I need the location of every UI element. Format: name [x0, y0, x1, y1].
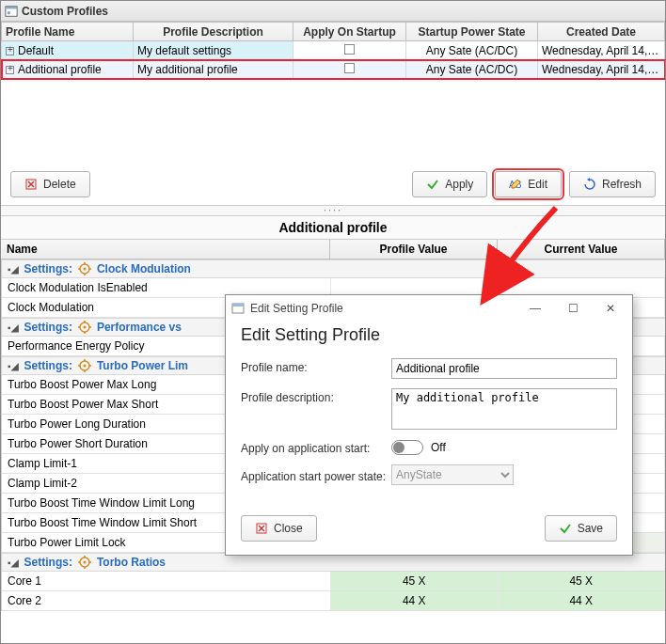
power-state-select[interactable]: AnyState	[391, 464, 514, 485]
settings-label: Settings:	[24, 321, 72, 334]
refresh-icon	[583, 178, 596, 191]
group-title: Clock Modulation	[97, 262, 191, 275]
check-icon	[426, 178, 439, 191]
settings-group[interactable]: ▪◢Settings: Torbo Ratios	[2, 553, 665, 572]
setting-current-value: 45 X	[499, 572, 666, 590]
minimize-button[interactable]: —	[519, 298, 551, 319]
svg-point-6	[83, 268, 86, 271]
setting-row[interactable]: Core 145 X45 X	[2, 572, 665, 591]
setting-profile-value: 44 X	[331, 591, 499, 610]
gear-icon	[78, 359, 91, 372]
settings-col-profile[interactable]: Profile Value	[330, 240, 498, 259]
chevron-down-icon: ▪◢	[8, 361, 19, 371]
profiles-table[interactable]: Profile Name Profile Description Apply O…	[1, 22, 665, 79]
profile-desc-label: Profile description:	[241, 388, 391, 404]
save-button[interactable]: Save	[545, 515, 617, 542]
profile-name-label: Profile name:	[241, 358, 391, 374]
close-icon	[255, 522, 268, 535]
col-power[interactable]: Startup Power State	[406, 23, 538, 41]
settings-group[interactable]: ▪◢Settings: Clock Modulation	[2, 259, 665, 278]
custom-profiles-title: Custom Profiles	[22, 5, 108, 18]
svg-point-2	[8, 11, 11, 15]
edit-button[interactable]: AB Edit	[495, 171, 562, 197]
chevron-down-icon: ▪◢	[8, 264, 19, 275]
close-button[interactable]: Close	[241, 515, 317, 542]
profile-name-input[interactable]	[391, 358, 617, 379]
dialog-titlebar[interactable]: Edit Setting Profile — ☐ ✕	[226, 295, 632, 322]
col-apply[interactable]: Apply On Startup	[293, 23, 406, 41]
delete-icon	[24, 178, 38, 191]
setting-current-value: 44 X	[499, 591, 666, 610]
settings-col-name[interactable]: Name	[1, 240, 330, 259]
profile-desc-input[interactable]: My additional profile	[391, 388, 617, 430]
section-title: Additional profile	[1, 216, 665, 240]
gear-icon	[78, 556, 91, 569]
apply-button[interactable]: Apply	[412, 171, 487, 197]
checkbox[interactable]	[344, 63, 355, 73]
expand-icon[interactable]	[6, 66, 14, 74]
table-row[interactable]: Default My default settings Any Sate (AC…	[2, 41, 665, 60]
dialog-title: Edit Setting Profile	[250, 302, 343, 315]
gear-icon	[78, 262, 91, 275]
apply-start-label: Apply on application start:	[241, 439, 391, 455]
svg-rect-1	[6, 6, 17, 8]
col-created[interactable]: Created Date	[538, 23, 665, 41]
setting-name: Core 2	[2, 591, 331, 610]
profiles-icon	[5, 5, 18, 18]
edit-profile-dialog: Edit Setting Profile — ☐ ✕ Edit Setting …	[225, 294, 633, 556]
settings-header: Name Profile Value Current Value	[1, 240, 665, 259]
edit-icon: AB	[509, 178, 522, 191]
chevron-down-icon: ▪◢	[8, 322, 19, 333]
custom-profiles-header: Custom Profiles	[1, 1, 665, 22]
settings-col-current[interactable]: Current Value	[498, 240, 665, 259]
expand-icon[interactable]	[6, 47, 14, 55]
setting-profile-value: 45 X	[331, 572, 499, 590]
apply-start-toggle[interactable]	[391, 440, 423, 455]
maximize-button[interactable]: ☐	[557, 298, 589, 319]
svg-point-18	[83, 365, 86, 368]
dialog-heading: Edit Setting Profile	[241, 325, 617, 345]
dialog-icon	[231, 302, 245, 315]
table-row-selected[interactable]: Additional profile My additional profile…	[2, 60, 665, 79]
setting-name: Core 1	[2, 572, 331, 590]
close-window-button[interactable]: ✕	[595, 298, 626, 319]
group-title: Torbo Ratios	[97, 556, 166, 569]
col-desc[interactable]: Profile Description	[134, 23, 293, 41]
refresh-button[interactable]: Refresh	[569, 171, 656, 197]
check-icon	[559, 522, 572, 535]
table-header: Profile Name Profile Description Apply O…	[2, 23, 665, 41]
splitter[interactable]: ····	[1, 205, 665, 216]
power-state-label: Application start power state:	[241, 467, 391, 483]
delete-button[interactable]: Delete	[10, 171, 90, 197]
svg-point-12	[83, 326, 86, 329]
svg-point-24	[83, 561, 86, 564]
checkbox[interactable]	[344, 44, 355, 55]
group-title: Performance vs	[97, 321, 182, 334]
settings-label: Settings:	[24, 359, 72, 372]
chevron-down-icon: ▪◢	[8, 558, 19, 568]
setting-row[interactable]: Core 244 X44 X	[2, 591, 665, 611]
settings-label: Settings:	[24, 262, 72, 275]
gear-icon	[78, 321, 91, 334]
col-name[interactable]: Profile Name	[2, 23, 134, 41]
group-title: Turbo Power Lim	[97, 359, 188, 372]
apply-start-state: Off	[431, 441, 446, 454]
action-button-row: Delete Apply AB Edit Refresh	[1, 164, 665, 205]
settings-label: Settings:	[24, 556, 72, 569]
svg-rect-30	[232, 304, 244, 306]
